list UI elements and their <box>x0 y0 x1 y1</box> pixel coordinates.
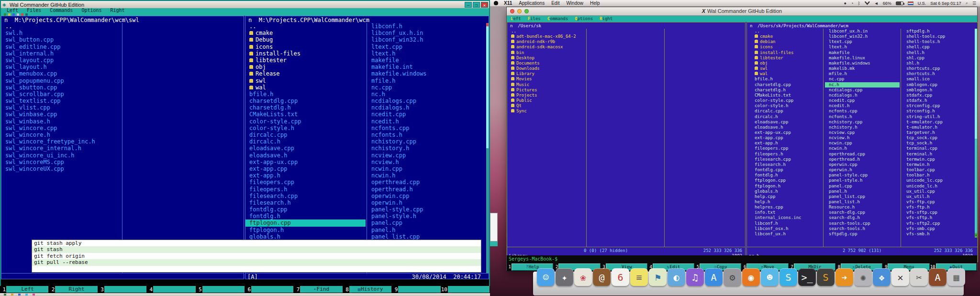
file-row[interactable]: Documents <box>507 61 586 66</box>
file-row[interactable]: fileopers.h <box>751 152 823 157</box>
menubar-clock[interactable]: Sat 6 Sep 01:17 <box>930 1 961 6</box>
file-row[interactable]: install-files <box>751 50 823 55</box>
file-row[interactable]: vfs-ftp.h <box>902 205 973 210</box>
file-row[interactable]: Resource.h <box>825 205 900 210</box>
file-row[interactable]: ltext.cpp <box>825 39 900 44</box>
file-row[interactable]: panel-style.cpp <box>368 206 486 213</box>
adium-icon[interactable]: ☻ <box>761 268 779 286</box>
key-button[interactable] <box>104 286 146 293</box>
file-row[interactable]: charsetdlg.h <box>751 88 823 93</box>
toolbar-icon[interactable] <box>17 13 19 16</box>
scrollbar[interactable]: ▼ <box>975 29 977 238</box>
file-row[interactable]: eloadsave.cpp <box>245 145 366 152</box>
apple-icon[interactable] <box>494 1 498 5</box>
file-row[interactable]: operthread.cpp <box>825 152 900 157</box>
minimize-button[interactable]: — <box>465 2 472 8</box>
file-row[interactable]: Sync <box>507 109 586 114</box>
file-row[interactable]: filesearch.h <box>751 162 823 167</box>
dictionary-icon[interactable]: A <box>929 268 947 286</box>
file-row[interactable]: panel-style.cpp <box>825 173 900 178</box>
file-row[interactable]: ncview.h <box>368 159 486 165</box>
file-row[interactable]: makefile <box>368 57 486 64</box>
file-row[interactable]: fileopers.cpp <box>751 146 823 151</box>
file-row[interactable]: ncwin.h <box>825 146 900 151</box>
file-row[interactable]: Library <box>507 71 586 77</box>
file-row[interactable]: vfs-sftp.h <box>902 215 973 220</box>
file-row[interactable]: unicode_lc.cpp <box>902 178 973 183</box>
file-row[interactable]: shell-tools.cpp <box>902 34 973 39</box>
function-key[interactable]: 7 •Find <box>294 286 343 293</box>
file-row[interactable]: ncview.cpp <box>368 152 486 159</box>
file-row[interactable]: shell.h <box>902 50 973 55</box>
file-row[interactable]: operwin.cpp <box>368 193 486 199</box>
file-row[interactable]: terminal.h <box>902 152 973 157</box>
file-row[interactable]: strconfig.cpp <box>902 103 973 109</box>
transfer-icon[interactable]: ➔ <box>835 268 853 286</box>
close-button[interactable]: ✕ <box>481 2 488 8</box>
file-row[interactable]: ncfonts.cpp <box>368 125 486 132</box>
file-row[interactable]: ltext.h <box>368 50 486 57</box>
file-row[interactable]: stdafx.cpp <box>902 93 973 98</box>
photos-icon[interactable]: ❀ <box>574 268 592 286</box>
file-row[interactable]: android-sdk-macosx <box>507 44 586 50</box>
key-button[interactable]: •Find <box>300 286 342 293</box>
input-layout-label[interactable]: U.S. <box>918 1 926 6</box>
file-row[interactable]: Release <box>245 70 366 77</box>
maximize-button[interactable]: ❐ <box>473 2 480 8</box>
file-row[interactable]: nc.cpp <box>825 77 900 82</box>
file-row[interactable]: CMakeLists.txt <box>245 111 366 118</box>
file-row[interactable]: dircalc.h <box>245 138 366 145</box>
file-row[interactable]: CMakeLists.txt <box>751 93 823 98</box>
file-row[interactable]: toolbar.cpp <box>902 167 973 173</box>
title-bar[interactable]: ◈ Wal Commander GitHub Edition — ❐ ✕ <box>1 1 489 8</box>
file-row[interactable]: nc.h <box>825 82 900 88</box>
file-row[interactable]: bfile.h <box>751 77 823 82</box>
file-row[interactable]: nc.h <box>368 91 486 98</box>
calendar-icon[interactable]: 6 <box>612 268 629 286</box>
terminal-icon[interactable]: >_ <box>798 268 816 286</box>
file-row[interactable]: ncdialogs.cpp <box>368 98 486 104</box>
file-row[interactable]: libconf_ux.h.in <box>825 29 900 34</box>
function-key[interactable]: 10 <box>441 286 490 293</box>
file-row[interactable]: nchistory.cpp <box>368 138 486 145</box>
file-row[interactable]: ncedit.h <box>825 103 900 109</box>
file-row[interactable]: internal_icons.inc <box>751 215 823 220</box>
file-row[interactable]: termwin.cpp <box>902 157 973 162</box>
file-row[interactable]: panel.h <box>368 227 486 233</box>
file-row[interactable]: libconf_osx.h <box>751 226 823 231</box>
file-row[interactable]: ltext.h <box>825 44 900 50</box>
file-row[interactable]: tcp_sock.cpp <box>902 135 973 141</box>
file-row[interactable]: wal <box>751 71 823 77</box>
taskbar-icon[interactable] <box>33 294 35 296</box>
function-key[interactable]: 5 <box>196 286 245 293</box>
menu-item[interactable]: Right <box>111 8 125 13</box>
file-row[interactable]: unicode_lc.h <box>902 184 973 189</box>
file-row[interactable]: search-tools.cpp <box>825 221 900 226</box>
file-row[interactable]: helpres.cpp <box>751 205 823 210</box>
file-row[interactable]: color-style.h <box>245 125 366 132</box>
file-row[interactable]: charsetdlg.cpp <box>245 98 366 104</box>
wifi-icon[interactable] <box>865 1 870 5</box>
file-row[interactable]: charsetdlg.h <box>245 104 366 111</box>
menubar-item[interactable]: Help <box>590 0 600 6</box>
file-row[interactable]: fileopers.cpp <box>245 179 366 186</box>
notification-circle-icon[interactable]: ● <box>844 1 846 6</box>
file-row[interactable]: filesearch.cpp <box>245 193 366 199</box>
file-row[interactable]: panel.cpp <box>368 219 486 226</box>
menubar-item[interactable]: Edit <box>551 0 559 6</box>
file-row[interactable]: ncwin.cpp <box>368 165 486 172</box>
file-row[interactable]: string-util.h <box>902 114 973 120</box>
file-row[interactable]: swl_textlist.cpp <box>1 98 121 104</box>
file-row[interactable]: cmake <box>751 34 823 39</box>
file-row[interactable]: libconf_ux.h.in <box>368 30 486 36</box>
menu-item[interactable]: Files <box>528 16 541 22</box>
scrollbar-down-arrow[interactable]: ▼ <box>975 233 977 238</box>
history-item[interactable] <box>32 266 481 272</box>
toolbar-icon[interactable] <box>4 13 6 16</box>
file-row[interactable]: nchistory.h <box>368 145 486 152</box>
file-row[interactable]: toolbar.h <box>902 173 973 178</box>
file-row[interactable]: swl <box>751 66 823 71</box>
file-row[interactable]: vfs-sftp.cpp <box>902 210 973 215</box>
menu-item[interactable]: Options <box>81 8 101 13</box>
file-row[interactable]: ncfonts.h <box>368 132 486 138</box>
